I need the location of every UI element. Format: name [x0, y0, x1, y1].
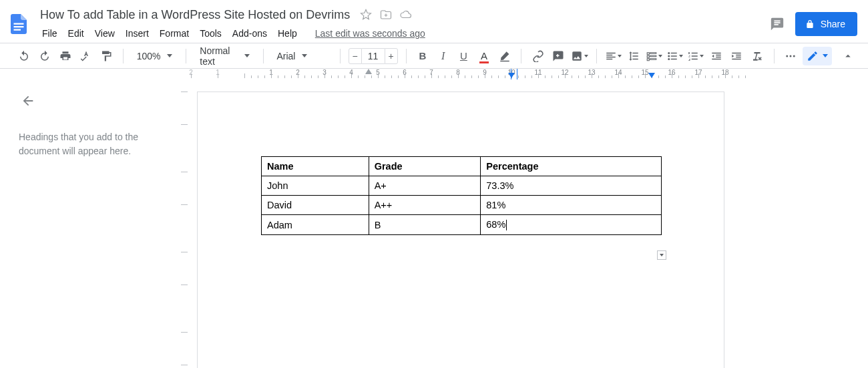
table-cell[interactable]: 73.3%	[481, 176, 662, 196]
paint-format-button[interactable]	[98, 47, 115, 65]
separator	[596, 49, 597, 63]
outline-collapse-button[interactable]	[19, 91, 37, 110]
italic-button[interactable]: I	[435, 47, 451, 65]
document-title[interactable]: How To add Table in a WordPress Site Hos…	[37, 7, 353, 23]
bold-button[interactable]: B	[414, 47, 431, 65]
print-button[interactable]	[57, 47, 74, 65]
zoom-select[interactable]: 100%	[132, 47, 178, 65]
svg-rect-2	[14, 29, 21, 31]
separator	[521, 49, 521, 63]
table-cell[interactable]: Adam	[262, 215, 369, 235]
highlight-button[interactable]	[496, 47, 513, 65]
outline-placeholder: Headings that you add to the document wi…	[19, 130, 166, 158]
first-line-indent-marker[interactable]	[365, 69, 372, 74]
table-cell[interactable]: A++	[369, 196, 481, 215]
table-header-cell[interactable]: Grade	[369, 157, 481, 176]
font-size-increase[interactable]: +	[385, 48, 398, 64]
svg-point-5	[668, 58, 670, 60]
undo-button[interactable]	[16, 47, 33, 65]
menu-format[interactable]: Format	[155, 25, 194, 41]
add-comment-button[interactable]	[550, 47, 567, 65]
table-header-row[interactable]: Name Grade Percentage	[262, 157, 662, 176]
clear-formatting-button[interactable]	[749, 47, 766, 65]
table-cell[interactable]: David	[262, 196, 369, 215]
svg-rect-1	[14, 26, 24, 27]
table-row[interactable]: David A++ 81%	[262, 196, 662, 215]
svg-point-7	[789, 55, 791, 57]
ruler[interactable]: 21123456789101112131415161718	[181, 69, 862, 79]
font-size-control: − 11 +	[349, 47, 398, 65]
font-value: Arial	[276, 51, 295, 61]
menu-addons[interactable]: Add-ons	[228, 25, 272, 41]
text-color-button[interactable]: A	[476, 47, 493, 65]
vertical-ruler-handles[interactable]	[181, 91, 188, 368]
table-row[interactable]: Adam B 68%	[262, 215, 662, 235]
line-spacing-button[interactable]	[626, 47, 642, 65]
menu-edit[interactable]: Edit	[63, 25, 89, 41]
separator	[123, 49, 124, 63]
align-button[interactable]	[605, 47, 622, 65]
cell-text: 68%	[486, 219, 505, 230]
table-cell[interactable]: A+	[369, 176, 481, 196]
decrease-indent-button[interactable]	[708, 47, 724, 65]
table-cell-dropdown-icon[interactable]	[657, 250, 666, 260]
share-button[interactable]: Share	[795, 12, 857, 36]
font-select[interactable]: Arial	[271, 47, 331, 65]
docs-logo[interactable]	[5, 6, 32, 42]
document-table[interactable]: Name Grade Percentage John A+ 73.3% Davi…	[261, 156, 662, 235]
right-indent-marker[interactable]	[648, 73, 655, 78]
last-edit-link[interactable]: Last edit was seconds ago	[315, 28, 425, 39]
style-value: Normal text	[200, 45, 237, 67]
table-header-cell[interactable]: Name	[262, 157, 369, 176]
cloud-status-icon[interactable]	[399, 8, 413, 21]
separator	[186, 49, 186, 63]
svg-point-8	[793, 55, 795, 57]
increase-indent-button[interactable]	[728, 47, 745, 65]
menu-view[interactable]: View	[90, 25, 120, 41]
editing-mode-button[interactable]	[803, 47, 832, 65]
table-cell[interactable]: 81%	[481, 196, 662, 215]
separator	[263, 49, 264, 63]
checklist-button[interactable]	[646, 47, 662, 65]
numbered-list-button[interactable]	[687, 47, 704, 65]
svg-point-6	[786, 55, 788, 57]
spellcheck-button[interactable]	[77, 47, 94, 65]
table-cell[interactable]: John	[262, 176, 369, 196]
table-header-cell[interactable]: Percentage	[481, 157, 662, 176]
font-size-value[interactable]: 11	[362, 48, 385, 64]
separator	[774, 49, 775, 63]
svg-rect-0	[14, 23, 24, 25]
move-icon[interactable]	[379, 8, 393, 21]
insert-link-button[interactable]	[529, 47, 546, 65]
svg-point-3	[668, 52, 670, 54]
zoom-value: 100%	[137, 51, 161, 61]
column-indent-guide[interactable]	[511, 69, 517, 79]
open-comments-icon[interactable]	[769, 15, 786, 33]
separator	[340, 49, 341, 63]
table-cell[interactable]: B	[369, 215, 481, 235]
paragraph-style-select[interactable]: Normal text	[194, 47, 254, 65]
bulleted-list-button[interactable]	[666, 47, 683, 65]
table-cell[interactable]: 68%	[481, 215, 662, 235]
outline-panel: Headings that you add to the document wi…	[0, 79, 181, 368]
menu-file[interactable]: File	[37, 25, 62, 41]
more-button[interactable]	[782, 47, 799, 65]
insert-image-button[interactable]	[571, 47, 588, 65]
redo-button[interactable]	[37, 47, 53, 65]
menu-help[interactable]: Help	[273, 25, 302, 41]
table-row[interactable]: John A+ 73.3%	[262, 176, 662, 196]
share-label: Share	[821, 19, 845, 29]
separator	[406, 49, 407, 63]
document-page[interactable]: Name Grade Percentage John A+ 73.3% Davi…	[197, 91, 724, 368]
text-cursor	[506, 220, 507, 230]
underline-button[interactable]: U	[455, 47, 472, 65]
toolbar: 100% Normal text Arial − 11 + B I U A	[0, 43, 868, 69]
svg-point-4	[668, 55, 670, 57]
font-size-decrease[interactable]: −	[349, 48, 362, 64]
menubar: File Edit View Insert Format Tools Add-o…	[37, 24, 769, 43]
menu-tools[interactable]: Tools	[195, 25, 226, 41]
menu-insert[interactable]: Insert	[121, 25, 154, 41]
star-icon[interactable]	[359, 8, 373, 21]
collapse-toolbar-button[interactable]	[839, 47, 857, 65]
